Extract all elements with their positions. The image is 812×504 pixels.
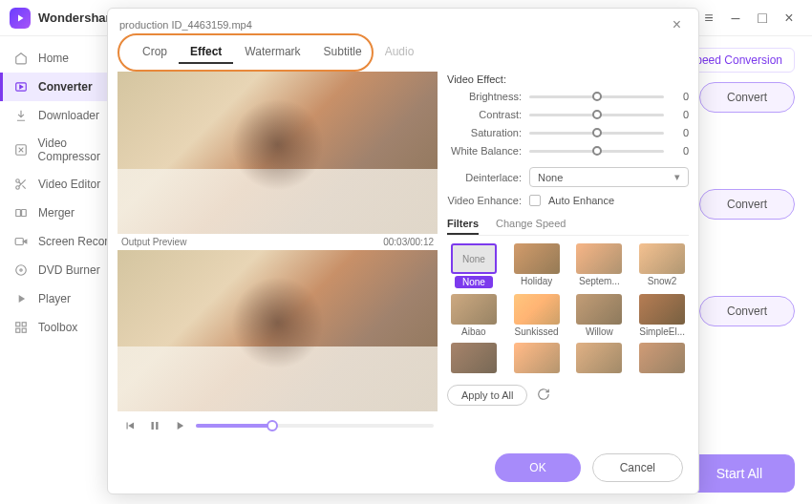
ok-button[interactable]: OK xyxy=(495,453,580,482)
slider-value-0: 0 xyxy=(672,91,689,102)
app-logo xyxy=(10,8,31,29)
deinterlace-label: Deinterlace: xyxy=(447,172,522,183)
play-icon xyxy=(13,291,29,306)
chevron-down-icon: ▾ xyxy=(674,171,680,183)
pause-icon[interactable] xyxy=(146,417,163,434)
convert-button-2[interactable]: Convert xyxy=(699,189,795,220)
filter-thumb xyxy=(451,343,497,373)
filter-willow[interactable]: Willow xyxy=(573,294,627,337)
slider-label-0: Brightness: xyxy=(447,91,522,102)
grid-icon xyxy=(13,320,29,335)
svg-point-3 xyxy=(16,186,20,190)
minimize-icon[interactable]: – xyxy=(722,5,749,32)
cancel-button[interactable]: Cancel xyxy=(592,453,683,482)
effect-modal: production ID_4463159.mp4 × CropEffectWa… xyxy=(107,8,699,494)
tab-subtitle[interactable]: Subtitle xyxy=(312,41,374,64)
slider-value-2: 0 xyxy=(672,127,689,138)
sidebar-item-label: Player xyxy=(38,292,71,305)
menu-icon[interactable]: ≡ xyxy=(695,5,722,32)
svg-rect-4 xyxy=(16,210,21,217)
close-icon[interactable]: × xyxy=(776,5,802,32)
auto-enhance-label: Auto Enhance xyxy=(548,195,614,206)
filter-item-10[interactable] xyxy=(573,343,627,375)
prev-icon[interactable] xyxy=(121,417,139,434)
filter-aibao[interactable]: Aibao xyxy=(447,294,501,337)
video-preview-output xyxy=(118,250,438,412)
filter-holiday[interactable]: Holiday xyxy=(510,243,564,288)
filter-name: Aibao xyxy=(461,326,486,337)
sidebar-item-label: Merger xyxy=(38,206,75,220)
svg-rect-9 xyxy=(16,323,20,326)
filters-grid: NoneNoneHolidaySeptem...Snow2AibaoSunkis… xyxy=(447,243,689,375)
player-controls xyxy=(118,411,438,440)
video-effect-title: Video Effect: xyxy=(447,74,689,85)
slider-saturation[interactable] xyxy=(529,132,664,135)
filter-thumb xyxy=(576,243,622,274)
app-brand: Wondershare xyxy=(38,10,118,25)
filter-thumb xyxy=(514,243,560,274)
record-icon xyxy=(13,234,29,249)
filter-snow2[interactable]: Snow2 xyxy=(635,243,689,288)
start-all-button[interactable]: Start All xyxy=(684,454,795,493)
slider-label-2: Saturation: xyxy=(447,127,522,138)
maximize-icon[interactable]: □ xyxy=(749,5,776,32)
slider-whitebalance[interactable] xyxy=(529,150,664,153)
convert-button-3[interactable]: Convert xyxy=(699,296,795,326)
modal-filename: production ID_4463159.mp4 xyxy=(119,19,252,31)
sidebar-item-label: DVD Burner xyxy=(38,263,100,277)
filter-thumb xyxy=(639,294,685,325)
slider-brightness[interactable] xyxy=(529,95,664,98)
filter-sunkissed[interactable]: Sunkissed xyxy=(510,294,564,337)
slider-value-3: 0 xyxy=(672,145,689,157)
svg-point-2 xyxy=(16,179,20,183)
filter-thumb xyxy=(576,343,622,373)
output-preview-label: Output Preview xyxy=(121,237,186,247)
tab-effect[interactable]: Effect xyxy=(179,41,233,64)
home-icon xyxy=(13,51,29,66)
filter-name: Septem... xyxy=(579,276,620,286)
filter-item-8[interactable] xyxy=(447,343,501,375)
filter-none[interactable]: NoneNone xyxy=(447,243,501,288)
modal-close-icon[interactable]: × xyxy=(667,14,687,35)
apply-to-all-button[interactable]: Apply to All xyxy=(447,385,527,406)
sub-tabs: FiltersChange Speed xyxy=(447,214,689,236)
tab-audio: Audio xyxy=(374,41,426,64)
tab-watermark[interactable]: Watermark xyxy=(233,41,311,64)
filter-thumb xyxy=(514,294,560,325)
deinterlace-select[interactable]: None ▾ xyxy=(529,167,689,187)
video-preview-original xyxy=(118,72,438,234)
filter-thumb xyxy=(639,343,685,373)
filter-name: Holiday xyxy=(521,276,552,286)
convert-button-1[interactable]: Convert xyxy=(699,82,795,113)
filter-item-11[interactable] xyxy=(635,343,689,375)
filter-thumb xyxy=(451,294,497,325)
svg-rect-12 xyxy=(22,328,26,332)
sidebar-item-label: Converter xyxy=(38,80,93,94)
filter-thumb: None xyxy=(451,243,497,274)
sidebar-item-label: Downloader xyxy=(38,109,99,122)
filter-thumb xyxy=(639,243,685,274)
filter-thumb xyxy=(514,343,560,373)
refresh-icon[interactable] xyxy=(537,388,552,403)
filter-name: None xyxy=(455,276,493,288)
sidebar-item-label: Home xyxy=(38,52,69,65)
play-icon[interactable] xyxy=(171,417,188,434)
filter-name: Snow2 xyxy=(648,276,677,286)
slider-contrast[interactable] xyxy=(529,114,664,116)
slider-label-3: White Balance: xyxy=(447,145,522,157)
sidebar-item-label: Toolbox xyxy=(38,321,77,334)
subtab-filters[interactable]: Filters xyxy=(447,214,479,235)
filter-simpleel[interactable]: SimpleEl... xyxy=(635,294,689,337)
sidebar-item-label: Video Editor xyxy=(38,178,100,191)
deinterlace-value: None xyxy=(538,172,563,183)
scissors-icon xyxy=(13,177,29,192)
filter-septem[interactable]: Septem... xyxy=(573,243,627,288)
subtab-change-speed[interactable]: Change Speed xyxy=(496,214,566,235)
filter-item-9[interactable] xyxy=(510,343,564,375)
auto-enhance-checkbox[interactable] xyxy=(529,195,541,206)
modal-tabs: CropEffectWatermarkSubtitleAudio xyxy=(118,37,689,68)
progress-bar[interactable] xyxy=(196,424,434,428)
tab-crop[interactable]: Crop xyxy=(131,41,179,64)
filter-name: SimpleEl... xyxy=(639,326,685,337)
slider-label-1: Contrast: xyxy=(447,109,522,120)
